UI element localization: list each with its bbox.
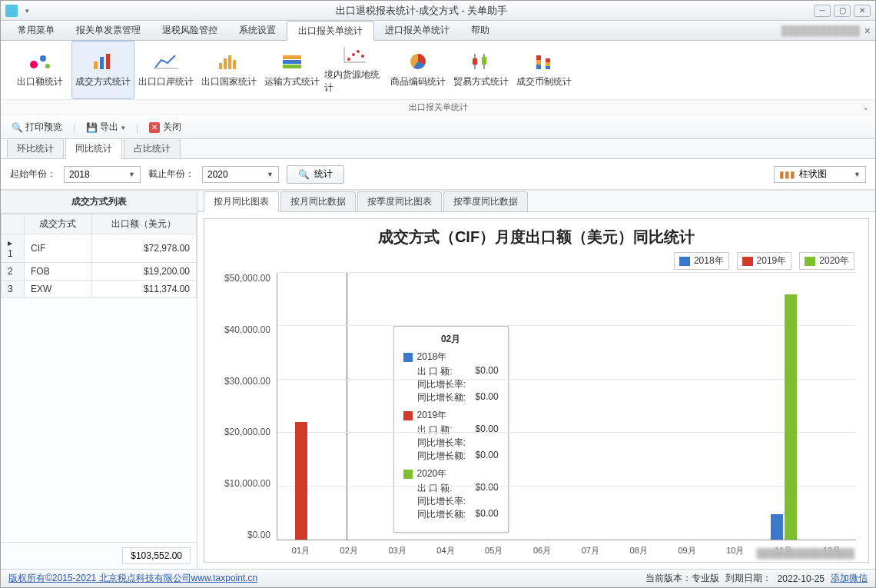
plot-area: 02月2018年出 口 额:$0.00同比增长率:同比增长额:$0.002019… — [277, 273, 856, 540]
expire-date: 2022-10-25 — [778, 573, 825, 584]
stackbar-icon — [532, 52, 556, 71]
svg-rect-25 — [536, 55, 541, 60]
ribbon-scatter-button[interactable]: 境内货源地统计 — [324, 41, 387, 99]
svg-point-19 — [361, 55, 364, 58]
svg-rect-22 — [473, 58, 477, 65]
menu-item[interactable]: 系统设置 — [228, 21, 287, 40]
bar-chart-icon: ▮▮▮ — [779, 169, 795, 180]
svg-rect-30 — [546, 66, 550, 69]
ribbon-pie-button[interactable]: 商品编码统计 — [387, 41, 450, 99]
expire-label: 到期日期： — [725, 572, 771, 585]
menu-item[interactable]: 报关单发票管理 — [65, 21, 151, 40]
trade-mode-table: 成交方式出口额（美元）▸ 1CIF$72,978.002FOB$19,200.0… — [1, 214, 197, 298]
legend-item[interactable]: 2018年 — [674, 252, 729, 270]
left-pane: 成交方式列表 成交方式出口额（美元）▸ 1CIF$72,978.002FOB$1… — [1, 191, 197, 569]
legend-item[interactable]: 2020年 — [799, 252, 854, 270]
chart-area[interactable]: $50,000.00$40,000.00$30,000.00$20,000.00… — [204, 273, 868, 545]
content-area: 成交方式列表 成交方式出口额（美元）▸ 1CIF$72,978.002FOB$1… — [1, 190, 875, 569]
svg-rect-10 — [233, 60, 236, 69]
ribbon-line-button[interactable]: 出口口岸统计 — [134, 41, 197, 99]
right-pane: 按月同比图表按月同比数据按季度同比图表按季度同比数据 成交方式（CIF）月度出口… — [197, 191, 875, 569]
tab-2[interactable]: 占比统计 — [124, 138, 181, 158]
ribbon-collapse-icon[interactable]: ⌄ — [862, 102, 869, 112]
status-bar: 版权所有©2015-2021 北京税点科技有限公司www.taxpoint.cn… — [1, 569, 875, 587]
bubble-icon — [28, 52, 52, 71]
candle-icon — [469, 52, 493, 71]
total-amount: $103,552.00 — [122, 547, 191, 564]
chart-title: 成交方式（CIF）月度出口额（美元）同比统计 — [204, 219, 868, 252]
chart-container: 成交方式（CIF）月度出口额（美元）同比统计 2018年2019年2020年 $… — [204, 218, 869, 563]
close-tab-button[interactable]: ✕ 关闭 — [146, 119, 184, 135]
copyright-link[interactable]: 版权所有©2015-2021 北京税点科技有限公司www.taxpoint.cn — [8, 573, 257, 583]
analysis-tabs: 环比统计同比统计占比统计 — [1, 139, 875, 159]
svg-rect-9 — [228, 55, 231, 69]
bar[interactable] — [785, 294, 797, 540]
svg-point-0 — [30, 61, 38, 68]
chart-legend: 2018年2019年2020年 — [204, 252, 868, 270]
svg-rect-27 — [536, 65, 541, 69]
ribbon-bubble-button[interactable]: 出口额统计 — [8, 41, 71, 99]
svg-point-18 — [357, 50, 360, 53]
start-year-label: 起始年份： — [10, 168, 56, 181]
tab-0[interactable]: 环比统计 — [7, 138, 64, 158]
table-row[interactable]: 3EXW$11,374.00 — [2, 281, 197, 298]
filter-bar: 起始年份： 2018▼ 截止年份： 2020▼ 🔍 统计 ▮▮▮柱状图 ▼ — [1, 159, 875, 190]
ribbon-stack-button[interactable]: 运输方式统计 — [260, 41, 324, 99]
app-icon — [5, 5, 18, 17]
chart-tab-3[interactable]: 按季度同比数据 — [443, 191, 528, 211]
add-wechat-link[interactable]: 添加微信 — [831, 572, 868, 585]
bar[interactable] — [771, 514, 783, 540]
chart-tab-1[interactable]: 按月同比数据 — [280, 191, 356, 211]
titlebar: ▾ 出口退税报表统计-成交方式 - 关单助手 ─ ▢ ✕ — [1, 1, 875, 21]
end-year-select[interactable]: 2020▼ — [202, 166, 279, 183]
menubar: 常用菜单报关单发票管理退税风险管控系统设置出口报关单统计进口报关单统计帮助 ██… — [1, 21, 875, 41]
histogram-icon — [217, 52, 241, 71]
bar[interactable] — [295, 422, 307, 540]
menu-item[interactable]: 退税风险管控 — [151, 21, 228, 40]
svg-rect-29 — [546, 62, 550, 66]
svg-rect-7 — [219, 63, 222, 69]
maximize-button[interactable]: ▢ — [834, 5, 851, 17]
menu-item[interactable]: 常用菜单 — [7, 21, 65, 40]
ribbon-stackbar-button[interactable]: 成交币制统计 — [513, 41, 576, 99]
menu-item[interactable]: 帮助 — [460, 21, 500, 40]
menu-item[interactable]: 进口报关单统计 — [374, 21, 460, 40]
svg-rect-6 — [154, 68, 178, 69]
y-axis: $50,000.00$40,000.00$30,000.00$20,000.00… — [217, 273, 277, 540]
svg-rect-4 — [100, 57, 104, 69]
svg-rect-26 — [536, 60, 541, 65]
svg-point-1 — [40, 55, 46, 61]
chart-type-select[interactable]: ▮▮▮柱状图 ▼ — [774, 166, 866, 183]
svg-rect-28 — [546, 58, 550, 62]
version-label: 当前版本：专业版 — [645, 572, 719, 585]
svg-rect-13 — [283, 65, 301, 68]
menu-item[interactable]: 出口报关单统计 — [287, 21, 374, 41]
left-pane-header: 成交方式列表 — [1, 191, 197, 214]
run-stats-button[interactable]: 🔍 统计 — [287, 165, 344, 184]
svg-rect-3 — [94, 61, 98, 69]
chart-watermark: ███████████████ — [756, 548, 854, 559]
tab-1[interactable]: 同比统计 — [65, 138, 122, 159]
export-button[interactable]: 💾 导出 ▾ — [83, 119, 128, 135]
end-year-label: 截止年份： — [148, 168, 194, 181]
window-title: 出口退税报表统计-成交方式 - 关单助手 — [29, 4, 814, 18]
table-row[interactable]: 2FOB$19,200.00 — [2, 263, 197, 281]
ribbon-histogram-button[interactable]: 出口国家统计 — [197, 41, 260, 99]
bars-icon — [91, 52, 115, 71]
start-year-select[interactable]: 2018▼ — [64, 166, 141, 183]
ribbon-bars-button[interactable]: 成交方式统计 — [71, 41, 134, 99]
close-button[interactable]: ✕ — [854, 5, 871, 17]
menubar-close-icon[interactable]: × — [864, 25, 871, 37]
minimize-button[interactable]: ─ — [814, 5, 831, 17]
chart-tab-0[interactable]: 按月同比图表 — [204, 191, 279, 212]
print-preview-button[interactable]: 🔍 打印预览 — [8, 119, 65, 135]
table-row[interactable]: ▸ 1CIF$72,978.00 — [2, 234, 197, 263]
ribbon-candle-button[interactable]: 贸易方式统计 — [450, 41, 513, 99]
export-icon: 💾 — [86, 122, 97, 133]
search-icon: 🔍 — [298, 169, 310, 180]
legend-item[interactable]: 2019年 — [737, 252, 792, 270]
chart-tab-2[interactable]: 按季度同比图表 — [357, 191, 442, 211]
svg-point-2 — [45, 64, 50, 68]
svg-point-17 — [352, 53, 355, 56]
scatter-icon — [343, 45, 367, 64]
